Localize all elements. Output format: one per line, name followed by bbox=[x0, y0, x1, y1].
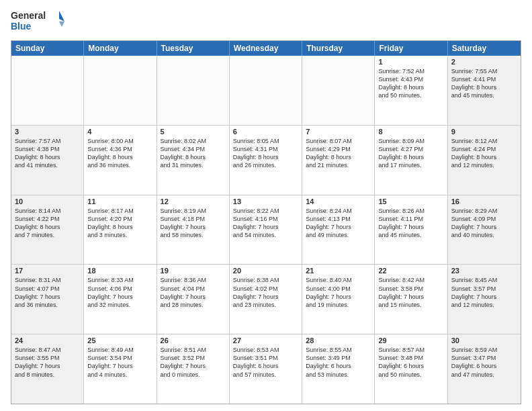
week-row-4: 24Sunrise: 8:47 AMSunset: 3:55 PMDayligh… bbox=[11, 334, 521, 404]
day-number: 1 bbox=[378, 58, 443, 66]
empty-cell bbox=[302, 56, 375, 125]
day-cell-29: 29Sunrise: 8:57 AMSunset: 3:48 PMDayligh… bbox=[375, 334, 447, 404]
day-cell-17: 17Sunrise: 8:31 AMSunset: 4:07 PMDayligh… bbox=[11, 265, 84, 334]
week-row-2: 10Sunrise: 8:14 AMSunset: 4:22 PMDayligh… bbox=[11, 195, 521, 265]
day-cell-30: 30Sunrise: 8:59 AMSunset: 3:47 PMDayligh… bbox=[448, 334, 521, 404]
day-cell-18: 18Sunrise: 8:33 AMSunset: 4:06 PMDayligh… bbox=[84, 265, 157, 334]
day-cell-3: 3Sunrise: 7:57 AMSunset: 4:38 PMDaylight… bbox=[11, 126, 84, 195]
day-cell-7: 7Sunrise: 8:07 AMSunset: 4:29 PMDaylight… bbox=[302, 126, 375, 195]
day-cell-16: 16Sunrise: 8:29 AMSunset: 4:09 PMDayligh… bbox=[448, 195, 521, 265]
day-number: 13 bbox=[233, 197, 298, 205]
day-cell-27: 27Sunrise: 8:53 AMSunset: 3:51 PMDayligh… bbox=[230, 334, 302, 404]
day-cell-9: 9Sunrise: 8:12 AMSunset: 4:24 PMDaylight… bbox=[448, 126, 521, 195]
day-number: 3 bbox=[15, 128, 80, 136]
day-info: Sunrise: 8:49 AMSunset: 3:54 PMDaylight:… bbox=[87, 346, 152, 379]
day-cell-28: 28Sunrise: 8:55 AMSunset: 3:49 PMDayligh… bbox=[302, 334, 375, 404]
day-cell-14: 14Sunrise: 8:24 AMSunset: 4:13 PMDayligh… bbox=[302, 195, 375, 265]
day-number: 23 bbox=[451, 267, 517, 275]
day-info: Sunrise: 7:55 AMSunset: 4:41 PMDaylight:… bbox=[451, 67, 517, 100]
day-cell-23: 23Sunrise: 8:45 AMSunset: 3:57 PMDayligh… bbox=[448, 265, 521, 334]
day-number: 30 bbox=[451, 336, 517, 345]
day-info: Sunrise: 8:42 AMSunset: 3:58 PMDaylight:… bbox=[378, 276, 443, 309]
day-info: Sunrise: 8:33 AMSunset: 4:06 PMDaylight:… bbox=[87, 276, 152, 309]
day-number: 11 bbox=[87, 197, 152, 205]
header-wednesday: Wednesday bbox=[230, 41, 302, 56]
day-number: 14 bbox=[306, 197, 371, 205]
calendar-header: SundayMondayTuesdayWednesdayThursdayFrid… bbox=[11, 41, 521, 56]
svg-marker-3 bbox=[59, 21, 64, 27]
header-tuesday: Tuesday bbox=[157, 41, 230, 56]
day-info: Sunrise: 7:52 AMSunset: 4:43 PMDaylight:… bbox=[378, 67, 443, 100]
day-info: Sunrise: 8:51 AMSunset: 3:52 PMDaylight:… bbox=[161, 346, 226, 379]
day-info: Sunrise: 8:22 AMSunset: 4:16 PMDaylight:… bbox=[233, 207, 298, 240]
day-info: Sunrise: 8:38 AMSunset: 4:02 PMDaylight:… bbox=[233, 276, 298, 309]
day-info: Sunrise: 8:24 AMSunset: 4:13 PMDaylight:… bbox=[306, 207, 371, 240]
empty-cell bbox=[157, 56, 230, 125]
empty-cell bbox=[11, 56, 84, 125]
day-info: Sunrise: 8:36 AMSunset: 4:04 PMDaylight:… bbox=[161, 276, 226, 309]
day-cell-11: 11Sunrise: 8:17 AMSunset: 4:20 PMDayligh… bbox=[84, 195, 157, 265]
day-info: Sunrise: 8:29 AMSunset: 4:09 PMDaylight:… bbox=[451, 207, 517, 240]
day-number: 8 bbox=[378, 128, 443, 136]
week-row-3: 17Sunrise: 8:31 AMSunset: 4:07 PMDayligh… bbox=[11, 265, 521, 334]
day-number: 12 bbox=[161, 197, 226, 205]
day-number: 4 bbox=[87, 128, 152, 136]
day-number: 21 bbox=[306, 267, 371, 275]
day-info: Sunrise: 8:09 AMSunset: 4:27 PMDaylight:… bbox=[378, 137, 443, 170]
day-cell-24: 24Sunrise: 8:47 AMSunset: 3:55 PMDayligh… bbox=[11, 334, 84, 404]
week-row-0: 1Sunrise: 7:52 AMSunset: 4:43 PMDaylight… bbox=[11, 56, 521, 126]
day-number: 15 bbox=[378, 197, 443, 205]
svg-text:General: General bbox=[11, 10, 46, 21]
page-header: General Blue bbox=[11, 8, 521, 35]
day-cell-1: 1Sunrise: 7:52 AMSunset: 4:43 PMDaylight… bbox=[375, 56, 447, 125]
day-info: Sunrise: 7:57 AMSunset: 4:38 PMDaylight:… bbox=[15, 137, 80, 170]
day-info: Sunrise: 8:17 AMSunset: 4:20 PMDaylight:… bbox=[87, 207, 152, 240]
day-number: 10 bbox=[15, 197, 80, 205]
day-number: 27 bbox=[233, 336, 298, 345]
empty-cell bbox=[84, 56, 157, 125]
day-cell-5: 5Sunrise: 8:02 AMSunset: 4:34 PMDaylight… bbox=[157, 126, 230, 195]
day-number: 7 bbox=[306, 128, 371, 136]
day-info: Sunrise: 8:19 AMSunset: 4:18 PMDaylight:… bbox=[161, 207, 226, 240]
day-info: Sunrise: 8:07 AMSunset: 4:29 PMDaylight:… bbox=[306, 137, 371, 170]
day-number: 5 bbox=[161, 128, 226, 136]
day-info: Sunrise: 8:00 AMSunset: 4:36 PMDaylight:… bbox=[87, 137, 152, 170]
empty-cell bbox=[230, 56, 302, 125]
day-number: 28 bbox=[306, 336, 371, 345]
header-thursday: Thursday bbox=[302, 41, 375, 56]
day-info: Sunrise: 8:40 AMSunset: 4:00 PMDaylight:… bbox=[306, 276, 371, 309]
day-number: 20 bbox=[233, 267, 298, 275]
day-info: Sunrise: 8:55 AMSunset: 3:49 PMDaylight:… bbox=[306, 346, 371, 379]
day-number: 24 bbox=[15, 336, 80, 345]
day-number: 2 bbox=[451, 58, 517, 66]
day-info: Sunrise: 8:05 AMSunset: 4:31 PMDaylight:… bbox=[233, 137, 298, 170]
day-number: 6 bbox=[233, 128, 298, 136]
day-info: Sunrise: 8:12 AMSunset: 4:24 PMDaylight:… bbox=[451, 137, 517, 170]
svg-text:Blue: Blue bbox=[11, 21, 32, 32]
day-cell-12: 12Sunrise: 8:19 AMSunset: 4:18 PMDayligh… bbox=[157, 195, 230, 265]
day-number: 25 bbox=[87, 336, 152, 345]
day-cell-20: 20Sunrise: 8:38 AMSunset: 4:02 PMDayligh… bbox=[230, 265, 302, 334]
day-cell-21: 21Sunrise: 8:40 AMSunset: 4:00 PMDayligh… bbox=[302, 265, 375, 334]
day-number: 17 bbox=[15, 267, 80, 275]
day-info: Sunrise: 8:57 AMSunset: 3:48 PMDaylight:… bbox=[378, 346, 443, 379]
day-cell-4: 4Sunrise: 8:00 AMSunset: 4:36 PMDaylight… bbox=[84, 126, 157, 195]
day-cell-6: 6Sunrise: 8:05 AMSunset: 4:31 PMDaylight… bbox=[230, 126, 302, 195]
day-number: 16 bbox=[451, 197, 517, 205]
day-cell-26: 26Sunrise: 8:51 AMSunset: 3:52 PMDayligh… bbox=[157, 334, 230, 404]
day-cell-13: 13Sunrise: 8:22 AMSunset: 4:16 PMDayligh… bbox=[230, 195, 302, 265]
day-cell-15: 15Sunrise: 8:26 AMSunset: 4:11 PMDayligh… bbox=[375, 195, 447, 265]
day-info: Sunrise: 8:59 AMSunset: 3:47 PMDaylight:… bbox=[451, 346, 517, 379]
day-number: 18 bbox=[87, 267, 152, 275]
day-cell-25: 25Sunrise: 8:49 AMSunset: 3:54 PMDayligh… bbox=[84, 334, 157, 404]
day-info: Sunrise: 8:26 AMSunset: 4:11 PMDaylight:… bbox=[378, 207, 443, 240]
week-row-1: 3Sunrise: 7:57 AMSunset: 4:38 PMDaylight… bbox=[11, 126, 521, 195]
day-number: 19 bbox=[161, 267, 226, 275]
day-cell-22: 22Sunrise: 8:42 AMSunset: 3:58 PMDayligh… bbox=[375, 265, 447, 334]
day-number: 29 bbox=[378, 336, 443, 345]
day-cell-10: 10Sunrise: 8:14 AMSunset: 4:22 PMDayligh… bbox=[11, 195, 84, 265]
day-info: Sunrise: 8:14 AMSunset: 4:22 PMDaylight:… bbox=[15, 207, 80, 240]
day-info: Sunrise: 8:53 AMSunset: 3:51 PMDaylight:… bbox=[233, 346, 298, 379]
header-saturday: Saturday bbox=[448, 41, 521, 56]
day-info: Sunrise: 8:45 AMSunset: 3:57 PMDaylight:… bbox=[451, 276, 517, 309]
